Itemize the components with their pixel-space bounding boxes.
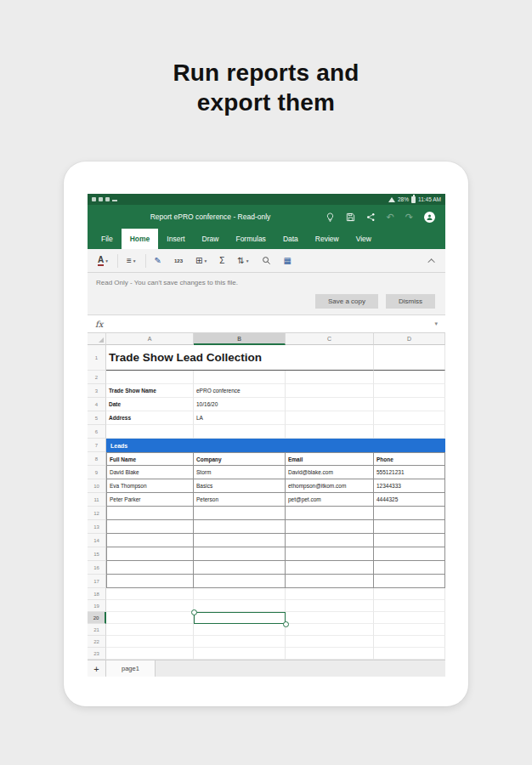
cell[interactable]	[106, 624, 194, 636]
cell[interactable]	[106, 648, 194, 660]
sort-filter-button[interactable]: ⇅ ▾	[237, 256, 248, 265]
row-number[interactable]: 3	[88, 384, 106, 398]
cell-lead-phone[interactable]: 4444325	[374, 493, 445, 507]
formula-bar[interactable]: fx ▾	[88, 315, 445, 333]
ribbon-tab-insert[interactable]: Insert	[158, 229, 193, 249]
cell[interactable]	[286, 534, 374, 547]
cell-date-value[interactable]: 10/16/20	[194, 398, 286, 411]
share-icon[interactable]	[366, 212, 376, 222]
dismiss-button[interactable]: Dismiss	[386, 294, 435, 309]
cell-address-label[interactable]: Address	[106, 411, 194, 425]
cell[interactable]	[374, 398, 445, 411]
column-header-d[interactable]: D	[374, 333, 445, 345]
cell-lead-email[interactable]: David@blake.com	[286, 466, 374, 479]
leads-section-header[interactable]: Leads	[106, 439, 445, 452]
cell[interactable]	[106, 425, 194, 439]
row-number[interactable]: 22	[88, 636, 106, 648]
cell[interactable]	[286, 398, 374, 411]
cell[interactable]	[106, 588, 194, 600]
cell-header-phone[interactable]: Phone	[374, 452, 445, 466]
cell-lead-company[interactable]: Peterson	[194, 493, 286, 507]
cell-header-email[interactable]: Email	[286, 452, 374, 466]
cell[interactable]	[106, 547, 194, 561]
row-number[interactable]: 21	[88, 624, 106, 636]
cell[interactable]	[374, 600, 445, 612]
cell-lead-company[interactable]: Storm	[194, 466, 286, 479]
column-header-a[interactable]: A	[106, 333, 194, 345]
cell-lead-name[interactable]: David Blake	[106, 466, 194, 479]
cell[interactable]	[374, 575, 445, 588]
cell[interactable]	[374, 561, 445, 575]
ribbon-tab-file[interactable]: File	[93, 229, 122, 249]
cell[interactable]	[374, 507, 445, 520]
cell[interactable]	[286, 547, 374, 561]
cell-lead-name[interactable]: Eva Thompson	[106, 479, 194, 493]
cell[interactable]	[374, 612, 445, 624]
cell-lead-company[interactable]: Basics	[194, 479, 286, 493]
cell[interactable]	[286, 384, 374, 398]
ribbon-tab-review[interactable]: Review	[307, 229, 348, 249]
cell-lead-email[interactable]: ethompson@itkom.com	[286, 479, 374, 493]
cell[interactable]	[194, 600, 286, 612]
cell[interactable]	[106, 520, 194, 534]
cell[interactable]	[194, 507, 286, 520]
cell[interactable]	[286, 371, 374, 384]
cell-lead-email[interactable]: pet@pet.com	[286, 493, 374, 507]
row-number[interactable]: 6	[88, 425, 106, 439]
cell[interactable]	[194, 648, 286, 660]
cell[interactable]	[286, 507, 374, 520]
account-avatar[interactable]	[424, 212, 435, 223]
cell[interactable]	[194, 371, 286, 384]
spreadsheet-grid[interactable]: 1 Trade Show Lead Collection 2 3 Trade S…	[88, 345, 445, 660]
cell[interactable]	[374, 425, 445, 439]
cell[interactable]	[286, 575, 374, 588]
row-number-selected[interactable]: 20	[88, 612, 106, 624]
ribbon-tab-draw[interactable]: Draw	[194, 229, 228, 249]
row-number[interactable]: 17	[88, 575, 106, 588]
autosum-button[interactable]: Σ	[219, 256, 224, 265]
ribbon-tab-home[interactable]: Home	[122, 229, 159, 249]
cell[interactable]	[374, 384, 445, 398]
cell[interactable]	[106, 600, 194, 612]
cell[interactable]	[286, 648, 374, 660]
cell[interactable]	[106, 534, 194, 547]
cell-header-company[interactable]: Company	[194, 452, 286, 466]
formula-bar-chevron-icon[interactable]: ▾	[434, 320, 438, 327]
row-number[interactable]: 1	[88, 345, 106, 371]
row-number[interactable]: 19	[88, 600, 106, 612]
cell[interactable]	[194, 547, 286, 561]
column-header-b-selected[interactable]: B	[194, 333, 286, 345]
cell[interactable]	[106, 371, 194, 384]
cell[interactable]	[194, 520, 286, 534]
cell[interactable]	[194, 425, 286, 439]
selection-handle-top-left[interactable]	[191, 609, 197, 615]
cell[interactable]	[374, 588, 445, 600]
cell[interactable]	[286, 588, 374, 600]
row-number[interactable]: 10	[88, 479, 106, 493]
cell[interactable]	[194, 624, 286, 636]
cell-address-value[interactable]: LA	[194, 411, 286, 425]
cell[interactable]	[286, 600, 374, 612]
cell[interactable]	[194, 588, 286, 600]
row-number[interactable]: 13	[88, 520, 106, 534]
cell[interactable]	[106, 507, 194, 520]
borders-button[interactable]: ⊞ ▾	[195, 256, 207, 265]
row-number[interactable]: 15	[88, 547, 106, 561]
row-number[interactable]: 7	[88, 439, 106, 452]
row-number[interactable]: 11	[88, 493, 106, 507]
cell-selection-box[interactable]	[194, 612, 286, 624]
cell-lead-phone[interactable]: 12344333	[374, 479, 445, 493]
row-number[interactable]: 12	[88, 507, 106, 520]
alignment-button[interactable]: ≡ ▾	[127, 256, 136, 265]
cell[interactable]	[194, 636, 286, 648]
cell[interactable]	[194, 534, 286, 547]
cell[interactable]	[374, 648, 445, 660]
cell-date-label[interactable]: Date	[106, 398, 194, 411]
search-button[interactable]	[262, 256, 271, 265]
cell[interactable]	[374, 345, 445, 371]
row-number[interactable]: 2	[88, 371, 106, 384]
cell[interactable]	[286, 425, 374, 439]
cell[interactable]	[374, 636, 445, 648]
cell-trade-show-name-value[interactable]: ePRO conference	[194, 384, 286, 398]
keyboard-toggle-button[interactable]: ▦	[284, 256, 291, 265]
